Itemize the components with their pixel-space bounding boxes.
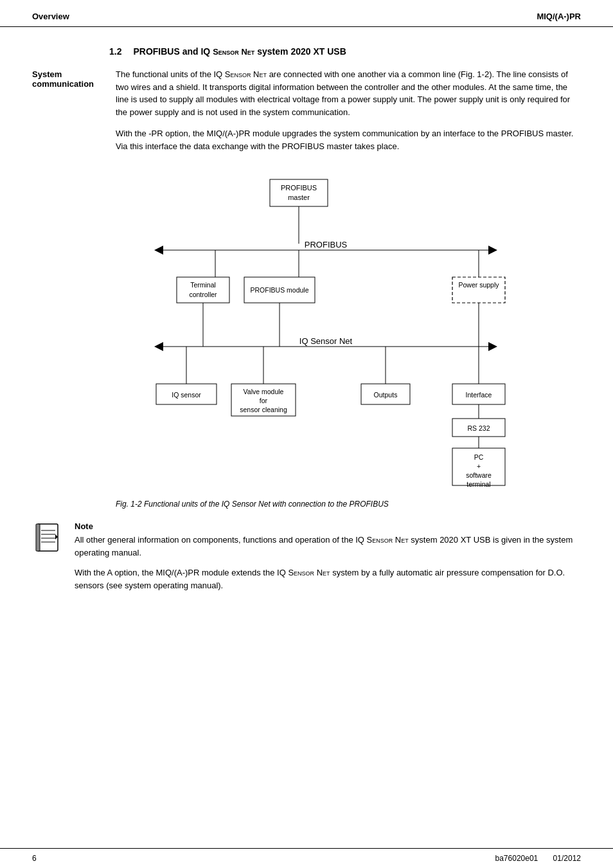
svg-text:controller: controller [189,291,217,298]
page: Overview MIQ/(A-)PR 1.2 PROFIBUS and IQ … [0,0,613,868]
svg-marker-6 [488,246,497,255]
footer-doc-number: ba76020e01 01/2012 [495,854,581,863]
caption-text: Fig. 1-2 Functional units of the IQ Sens… [116,500,389,509]
svg-text:IQ Sensor Net: IQ Sensor Net [299,336,353,346]
svg-text:PROFIBUS: PROFIBUS [281,184,317,192]
paragraph-1: The functional units of the IQ Sensor Ne… [116,68,581,118]
paragraph-2: With the -PR option, the MIQ/(A-)PR modu… [116,127,581,152]
svg-text:IQ sensor: IQ sensor [172,391,201,399]
svg-text:terminal: terminal [466,480,490,488]
footer-page-number: 6 [32,854,37,863]
header-right-title: MIQ/(A-)PR [537,12,581,21]
two-col-layout: System communication The functional unit… [32,68,581,161]
note-book-icon [33,521,62,555]
svg-text:PROFIBUS module: PROFIBUS module [250,286,308,294]
diagram-area: PROFIBUS master PROFIBUS Ter [116,173,581,509]
diagram-caption: Fig. 1-2 Functional units of the IQ Sens… [116,500,581,509]
svg-text:Interface: Interface [466,391,492,399]
system-communication-label: System communication [32,68,116,161]
svg-text:PC: PC [474,453,484,461]
svg-text:Outputs: Outputs [374,391,398,399]
right-content: The functional units of the IQ Sensor Ne… [116,68,581,161]
svg-text:Terminal: Terminal [190,281,216,289]
note-icon [32,521,63,555]
svg-rect-49 [36,524,40,551]
note-content: Note All other general information on co… [75,521,581,599]
note-title: Note [75,521,581,531]
svg-marker-21 [154,342,163,351]
svg-text:PROFIBUS: PROFIBUS [305,240,348,249]
main-content: 1.2 PROFIBUS and IQ Sensor Net system 20… [0,27,613,619]
page-footer: 6 ba76020e01 01/2012 [0,848,613,868]
system-diagram: PROFIBUS master PROFIBUS Ter [116,173,540,494]
section-title: PROFIBUS and IQ Sensor Net system 2020 X… [133,46,346,57]
svg-text:+: + [477,462,481,470]
svg-rect-48 [37,524,58,551]
section-heading: 1.2 PROFIBUS and IQ Sensor Net system 20… [109,46,581,57]
svg-marker-4 [154,246,163,255]
svg-text:Valve module: Valve module [244,388,284,395]
note-section: Note All other general information on co… [32,521,581,599]
svg-text:sensor cleaning: sensor cleaning [240,406,287,413]
svg-text:master: master [288,194,310,201]
page-header: Overview MIQ/(A-)PR [0,0,613,27]
svg-marker-23 [488,342,497,351]
header-left-title: Overview [32,12,69,21]
note-paragraph-2: With the A option, the MIQ/(A-)PR module… [75,566,581,592]
note-paragraph-1: All other general information on compone… [75,534,581,559]
svg-text:for: for [260,397,268,404]
svg-text:Power supply: Power supply [458,281,499,289]
section-number: 1.2 [109,46,121,57]
svg-text:RS 232: RS 232 [467,424,490,432]
svg-text:software: software [466,471,492,479]
